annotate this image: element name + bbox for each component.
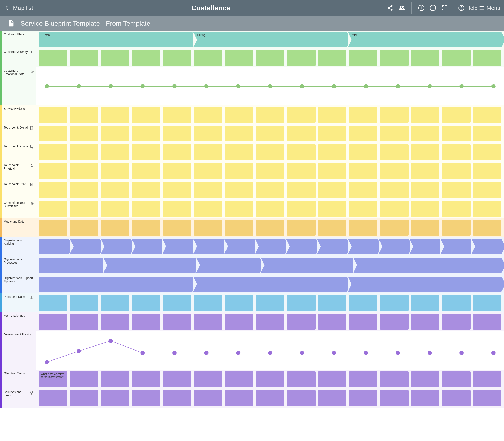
- card[interactable]: [163, 182, 191, 198]
- card[interactable]: [442, 371, 470, 387]
- card[interactable]: [70, 371, 98, 387]
- card[interactable]: [225, 314, 253, 330]
- curve-node[interactable]: [140, 84, 145, 88]
- lane-label-org_support[interactable]: Organisations Support Systems: [2, 275, 36, 293]
- card[interactable]: [473, 220, 502, 236]
- card[interactable]: [349, 144, 377, 160]
- card[interactable]: [132, 295, 160, 311]
- lane-emotional_state[interactable]: [36, 67, 504, 105]
- card[interactable]: [225, 220, 253, 236]
- card[interactable]: [411, 220, 440, 236]
- card[interactable]: [194, 50, 222, 66]
- lane-label-solutions[interactable]: Solutions and Ideas: [2, 389, 36, 408]
- lane-customer_journey[interactable]: [36, 48, 504, 67]
- card[interactable]: [256, 144, 284, 160]
- card[interactable]: [163, 126, 191, 142]
- card[interactable]: [380, 295, 408, 311]
- card[interactable]: [318, 50, 346, 66]
- card[interactable]: [473, 314, 502, 330]
- card[interactable]: [349, 201, 377, 217]
- lane-label-customer_phase[interactable]: Customer Phase: [2, 31, 36, 48]
- card[interactable]: [349, 390, 377, 406]
- lane-label-org_processes[interactable]: Organisations Processes: [2, 256, 36, 275]
- card[interactable]: [256, 107, 284, 123]
- curve-node[interactable]: [428, 84, 432, 88]
- card[interactable]: [256, 182, 284, 198]
- card[interactable]: [163, 107, 191, 123]
- lane-label-policy_rules[interactable]: Policy and Rules: [2, 293, 36, 312]
- card[interactable]: [380, 144, 408, 160]
- curve-node[interactable]: [459, 84, 464, 88]
- card[interactable]: [473, 107, 502, 123]
- card[interactable]: [256, 126, 284, 142]
- card[interactable]: [39, 295, 67, 311]
- card[interactable]: [318, 371, 346, 387]
- curve-node[interactable]: [204, 351, 209, 355]
- lane-label-competitors[interactable]: Competitors and Substitutes: [2, 199, 36, 218]
- card[interactable]: [101, 163, 129, 179]
- curve-node[interactable]: [491, 84, 496, 88]
- card[interactable]: [163, 144, 191, 160]
- card[interactable]: [39, 126, 67, 142]
- card[interactable]: [70, 314, 98, 330]
- card[interactable]: [318, 295, 346, 311]
- card[interactable]: [101, 390, 129, 406]
- card[interactable]: [380, 50, 408, 66]
- card[interactable]: [473, 163, 502, 179]
- card[interactable]: [194, 126, 222, 142]
- card[interactable]: [473, 50, 502, 66]
- card[interactable]: [473, 126, 502, 142]
- card[interactable]: [39, 390, 67, 406]
- card[interactable]: [39, 314, 67, 330]
- fullscreen-icon[interactable]: [441, 5, 448, 11]
- card[interactable]: [380, 201, 408, 217]
- curve-node[interactable]: [172, 351, 177, 355]
- card[interactable]: [163, 390, 191, 406]
- lane-label-service_evidence[interactable]: Service Evidence: [2, 105, 36, 124]
- chevron[interactable]: [348, 277, 502, 292]
- lane-metric_data[interactable]: [36, 218, 504, 237]
- card[interactable]: [411, 107, 440, 123]
- lane-label-emotional_state[interactable]: Customers Emotional State: [2, 67, 36, 105]
- card[interactable]: [349, 295, 377, 311]
- card[interactable]: [132, 50, 160, 66]
- chevron[interactable]: [348, 239, 378, 254]
- curve-node[interactable]: [140, 351, 145, 355]
- card[interactable]: [132, 220, 160, 236]
- card[interactable]: [256, 163, 284, 179]
- card[interactable]: [132, 371, 160, 387]
- curve-node[interactable]: [45, 84, 49, 88]
- card[interactable]: [287, 295, 315, 311]
- card[interactable]: [442, 126, 470, 142]
- card[interactable]: [70, 295, 98, 311]
- curve-node[interactable]: [300, 351, 304, 355]
- card[interactable]: [39, 50, 67, 66]
- card[interactable]: [132, 390, 160, 406]
- card[interactable]: [473, 295, 502, 311]
- card[interactable]: [163, 371, 191, 387]
- card[interactable]: [473, 390, 502, 406]
- card[interactable]: [318, 182, 346, 198]
- card[interactable]: [163, 201, 191, 217]
- curve-node[interactable]: [77, 349, 81, 353]
- chevron[interactable]: [261, 258, 353, 273]
- chevron[interactable]: [39, 239, 69, 254]
- card[interactable]: [101, 314, 129, 330]
- chevron[interactable]: [353, 258, 502, 273]
- card[interactable]: [256, 371, 284, 387]
- curve-node[interactable]: [396, 84, 400, 88]
- card[interactable]: [101, 201, 129, 217]
- card[interactable]: [132, 182, 160, 198]
- curve-node[interactable]: [109, 84, 113, 88]
- lane-org_activities[interactable]: [36, 237, 504, 256]
- card[interactable]: [256, 50, 284, 66]
- card[interactable]: [442, 220, 470, 236]
- card[interactable]: [39, 144, 67, 160]
- card[interactable]: [287, 220, 315, 236]
- card[interactable]: [287, 182, 315, 198]
- lane-label-dev_priority[interactable]: Development Priority: [2, 331, 36, 370]
- card[interactable]: [39, 220, 67, 236]
- card[interactable]: [380, 314, 408, 330]
- lane-label-touchpoint_digital[interactable]: Touchpoint: Digital: [2, 124, 36, 143]
- card[interactable]: [225, 107, 253, 123]
